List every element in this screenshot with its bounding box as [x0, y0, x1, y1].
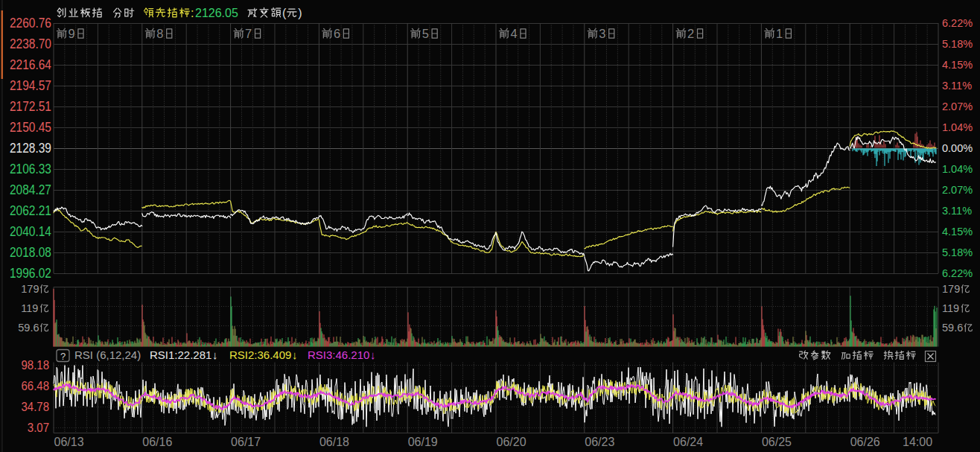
svg-text:↓: ↓: [212, 348, 218, 361]
svg-text:8: 8: [156, 27, 163, 40]
svg-text:1: 1: [776, 27, 783, 40]
svg-text:59.6: 59.6: [18, 322, 39, 334]
svg-text:2040.14: 2040.14: [10, 223, 51, 239]
svg-text:2172.51: 2172.51: [10, 98, 51, 114]
svg-text:5.18%: 5.18%: [942, 246, 973, 258]
svg-text:179: 179: [21, 283, 39, 295]
svg-text:6.22%: 6.22%: [942, 17, 973, 29]
svg-text:1.04%: 1.04%: [942, 163, 973, 175]
svg-text:2: 2: [687, 27, 694, 40]
svg-text:9: 9: [69, 27, 75, 40]
svg-text:119: 119: [942, 302, 959, 314]
svg-text:2150.45: 2150.45: [10, 119, 51, 135]
svg-text:5.18%: 5.18%: [942, 38, 973, 50]
svg-text:1996.02: 1996.02: [10, 265, 51, 281]
svg-text:0.00%: 0.00%: [942, 142, 973, 154]
svg-text:2126.05: 2126.05: [195, 7, 238, 19]
svg-text:179: 179: [942, 283, 960, 295]
svg-text:06/20: 06/20: [497, 436, 526, 448]
svg-text:2106.33: 2106.33: [10, 161, 51, 176]
svg-text:(: (: [282, 7, 287, 19]
svg-text:RSI (6,12,24): RSI (6,12,24): [74, 348, 141, 361]
svg-text:2.07%: 2.07%: [942, 184, 973, 196]
svg-text:?: ?: [60, 351, 66, 362]
svg-text:2238.70: 2238.70: [10, 36, 51, 51]
svg-text:2018.08: 2018.08: [10, 244, 51, 260]
svg-text:4: 4: [511, 27, 518, 40]
svg-text:06/18: 06/18: [319, 436, 349, 448]
svg-text:06/24: 06/24: [673, 436, 703, 448]
svg-text:RSI1:22.281: RSI1:22.281: [150, 348, 211, 361]
svg-text:): ): [298, 7, 302, 19]
svg-text::: :: [191, 7, 194, 19]
svg-text:34.78: 34.78: [21, 398, 49, 413]
svg-text:2.07%: 2.07%: [942, 101, 973, 112]
svg-text:66.48: 66.48: [21, 378, 49, 392]
svg-text:4.15%: 4.15%: [942, 226, 973, 238]
svg-text:98.18: 98.18: [21, 357, 49, 371]
svg-text:2128.39: 2128.39: [10, 140, 51, 156]
svg-text:3.11%: 3.11%: [942, 205, 972, 217]
svg-text:3.07: 3.07: [28, 419, 49, 433]
svg-text:5: 5: [422, 27, 429, 40]
svg-text:6.22%: 6.22%: [942, 267, 973, 279]
svg-text:1.04%: 1.04%: [942, 121, 973, 133]
svg-text:2194.57: 2194.57: [10, 77, 51, 93]
svg-text:3.11%: 3.11%: [942, 80, 972, 92]
svg-text:2216.64: 2216.64: [10, 57, 51, 72]
svg-text:6: 6: [334, 27, 340, 40]
svg-text:RSI2:36.409: RSI2:36.409: [229, 348, 291, 361]
svg-text:06/13: 06/13: [54, 436, 84, 448]
svg-text:59.6: 59.6: [942, 322, 963, 334]
svg-text:06/26: 06/26: [850, 436, 880, 448]
svg-text:14:00: 14:00: [903, 436, 932, 448]
svg-text:↓: ↓: [292, 348, 298, 361]
svg-text:06/23: 06/23: [585, 436, 614, 448]
svg-text:06/25: 06/25: [762, 436, 792, 448]
svg-text:06/16: 06/16: [142, 436, 172, 448]
svg-text:2062.21: 2062.21: [10, 203, 51, 218]
svg-text:2084.27: 2084.27: [10, 182, 51, 197]
svg-text:2260.76: 2260.76: [10, 15, 51, 31]
svg-text:4.15%: 4.15%: [942, 59, 973, 71]
svg-text:06/19: 06/19: [408, 436, 438, 448]
svg-text:3: 3: [599, 27, 605, 40]
svg-text:↓: ↓: [370, 348, 376, 361]
svg-text:06/17: 06/17: [231, 436, 261, 448]
svg-text:119: 119: [21, 302, 38, 314]
svg-text:RSI3:46.210: RSI3:46.210: [308, 348, 369, 361]
svg-text:7: 7: [245, 27, 252, 40]
